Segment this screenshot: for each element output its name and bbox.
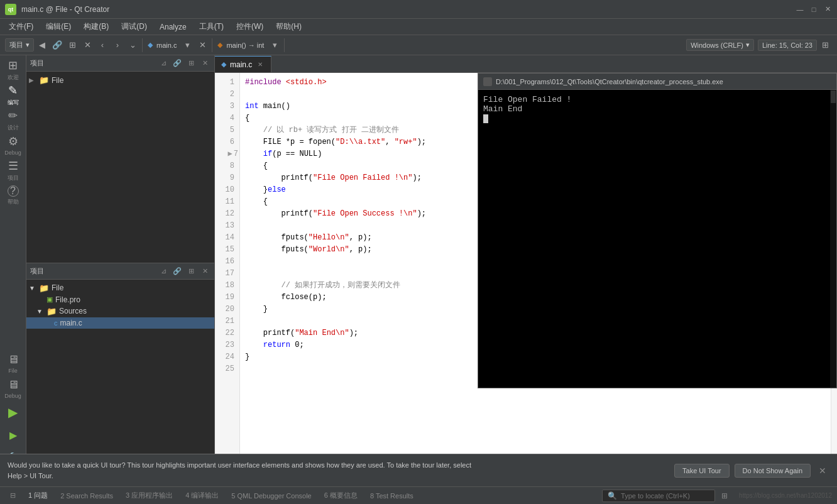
toolbar-nav-forward[interactable]: ›	[111, 38, 124, 52]
menu-analyze[interactable]: Analyze	[153, 21, 193, 33]
line-num-16: 16	[215, 256, 239, 268]
toolbar-nav-left[interactable]: ‹	[96, 38, 109, 52]
tree-main-c[interactable]: c main.c	[26, 317, 214, 329]
sidebar-item-edit[interactable]: ✎ 编写	[1, 83, 25, 107]
main-area: ⊞ 欢迎 ✎ 编写 ✏ 设计 ⚙ Debug ☰ 项目 ? 帮助 🖥 File	[0, 55, 837, 471]
tree-sources-folder[interactable]: ▼ 📁 Sources	[26, 305, 214, 317]
run-debug-button[interactable]: ▶	[3, 424, 24, 446]
console-title: D:\001_Programs\012_Qt\Tools\QtCreator\b…	[496, 78, 831, 85]
window-title: main.c @ File - Qt Creator	[21, 5, 796, 14]
sidebar-item-debug-bottom[interactable]: 🖥 Debug	[1, 376, 25, 400]
editor-tab-label: main.c	[230, 60, 252, 69]
tree-root[interactable]: ▶ 📁 File	[26, 74, 214, 86]
bottom-panel-header: 项目 ⊿ 🔗 ⊞ ✕	[26, 263, 214, 280]
status-expand-btn[interactable]: ⊞	[718, 490, 731, 501]
maximize-button[interactable]: □	[809, 5, 818, 14]
toolbar-split-btn[interactable]: ⊞	[65, 38, 79, 52]
line-num-25: 25	[215, 363, 239, 375]
sidebar-item-help[interactable]: ? 帮助	[1, 184, 25, 207]
run-button[interactable]: ▶	[3, 402, 24, 423]
console-line-2: Main End	[483, 104, 831, 114]
toolbar-tab-name: main.c	[154, 41, 179, 49]
search-icon: 🔍	[608, 491, 617, 500]
project-dropdown[interactable]: 项目 ▾	[5, 38, 34, 52]
line-num-15: 15	[215, 244, 239, 256]
sidebar-item-design[interactable]: ✏ 设计	[1, 108, 25, 132]
folder-icon: 📁	[39, 75, 49, 85]
toolbar-tab-close[interactable]: ✕	[195, 38, 209, 52]
toolbar-close-btn[interactable]: ✕	[80, 38, 94, 52]
line-num-24: 24	[215, 351, 239, 363]
tab-close-button[interactable]: ✕	[256, 60, 265, 69]
menu-controls[interactable]: 控件(W)	[230, 20, 270, 33]
bottom-tab-test[interactable]: 8 Test Results	[365, 491, 418, 501]
toolbar-back-btn[interactable]: ◀	[35, 38, 49, 52]
menu-edit[interactable]: 编辑(E)	[40, 20, 77, 33]
line-num-22: 22	[215, 327, 239, 339]
panel-toggle-icon: ⊟	[10, 491, 16, 500]
bottom-tab-qml-debug[interactable]: 5 QML Debugger Console	[226, 491, 316, 501]
notification-close-button[interactable]: ✕	[816, 464, 829, 478]
bottom-tab-app-output[interactable]: 3 应用程序输出	[121, 490, 178, 501]
menu-debug[interactable]: 调试(D)	[115, 20, 153, 33]
left-sidebar: ⊞ 欢迎 ✎ 编写 ✏ 设计 ⚙ Debug ☰ 项目 ? 帮助 🖥 File	[0, 55, 26, 471]
bottom-panel-link-btn[interactable]: 🔗	[172, 265, 183, 277]
line-num-3: 3	[215, 101, 239, 112]
menu-build[interactable]: 构建(B)	[77, 20, 115, 33]
editor-tab-main-c[interactable]: ◆ main.c ✕	[215, 56, 271, 72]
encoding-dropdown[interactable]: Windows (CRLF) ▾	[686, 39, 754, 51]
menu-help[interactable]: 帮助(H)	[270, 20, 308, 33]
notification-line2: Help > UI Tour.	[8, 472, 53, 479]
panel-filter-btn[interactable]: ⊿	[158, 58, 169, 69]
close-button[interactable]: ✕	[823, 5, 832, 14]
sidebar-item-project[interactable]: ☰ 项目	[1, 158, 25, 182]
test-tab-label: 8 Test Results	[370, 492, 413, 500]
position-dropdown[interactable]: Line: 15, Col: 23	[758, 40, 817, 51]
panel-close-btn[interactable]: ✕	[199, 58, 211, 69]
status-search-input-wrapper[interactable]: 🔍	[602, 490, 715, 502]
bottom-panel-close-btn[interactable]: ✕	[199, 265, 211, 277]
bottom-panel-split-btn[interactable]: ⊞	[185, 265, 197, 277]
line-num-18: 18	[215, 280, 239, 292]
panel-split-btn[interactable]: ⊞	[185, 58, 197, 69]
console-scrollbar[interactable]	[830, 90, 836, 388]
take-tour-button[interactable]: Take UI Tour	[674, 464, 730, 478]
line-num-8: 8	[215, 160, 239, 172]
help-icon: ?	[8, 185, 19, 197]
bottom-tab-compile[interactable]: 4 编译输出	[180, 490, 224, 501]
issues-tab-label: 1 问题	[28, 491, 48, 500]
line-num-1: 1	[215, 77, 239, 89]
c-file-icon: c	[54, 319, 58, 327]
bottom-tab-summary[interactable]: 6 概要信息	[319, 490, 363, 501]
menu-file[interactable]: 文件(F)	[3, 20, 40, 33]
bottom-tab-search[interactable]: 2 Search Results	[55, 491, 118, 501]
toolbar-nav-down[interactable]: ⌄	[126, 38, 140, 52]
chevron-right-icon: ▶	[29, 77, 36, 84]
search-input[interactable]	[621, 492, 709, 500]
app-output-tab-label: 3 应用程序输出	[126, 491, 173, 500]
line-num-20: 20	[215, 304, 239, 315]
sidebar-item-file[interactable]: 🖥 File	[1, 351, 25, 375]
toolbar-expand-btn[interactable]: ⊞	[818, 38, 832, 52]
menu-tools[interactable]: 工具(T)	[193, 20, 230, 33]
edit-icon: ✎	[8, 84, 18, 97]
sidebar-item-debug[interactable]: ⚙ Debug	[1, 133, 25, 157]
tree-file-root[interactable]: ▼ 📁 File	[26, 282, 214, 294]
top-panel: 项目 ⊿ 🔗 ⊞ ✕ ▶ 📁 File	[26, 55, 214, 263]
sidebar-item-welcome[interactable]: ⊞ 欢迎	[1, 58, 25, 82]
bottom-tab-issues[interactable]: 1 问题	[23, 490, 53, 501]
bottom-panel-filter-btn[interactable]: ⊿	[158, 265, 169, 277]
tab-c-icon: ◆	[221, 60, 226, 68]
line-num-23: 23	[215, 339, 239, 351]
bottom-toggle-btn[interactable]: ⊟	[5, 490, 21, 501]
editor-tabs: ◆ main.c ✕	[215, 55, 837, 73]
toolbar-tab-dropdown[interactable]: ▾	[180, 38, 194, 52]
breadcrumb-dropdown[interactable]: ▾	[268, 38, 282, 52]
line-num-5: 5	[215, 124, 239, 136]
minimize-button[interactable]: —	[796, 5, 804, 14]
console-titlebar: D:\001_Programs\012_Qt\Tools\QtCreator\b…	[478, 74, 836, 90]
tree-file-pro[interactable]: ▣ File.pro	[26, 294, 214, 305]
do-not-show-again-button[interactable]: Do Not Show Again	[735, 464, 811, 478]
panel-link-btn[interactable]: 🔗	[172, 58, 183, 69]
toolbar-link-btn[interactable]: 🔗	[50, 38, 64, 52]
